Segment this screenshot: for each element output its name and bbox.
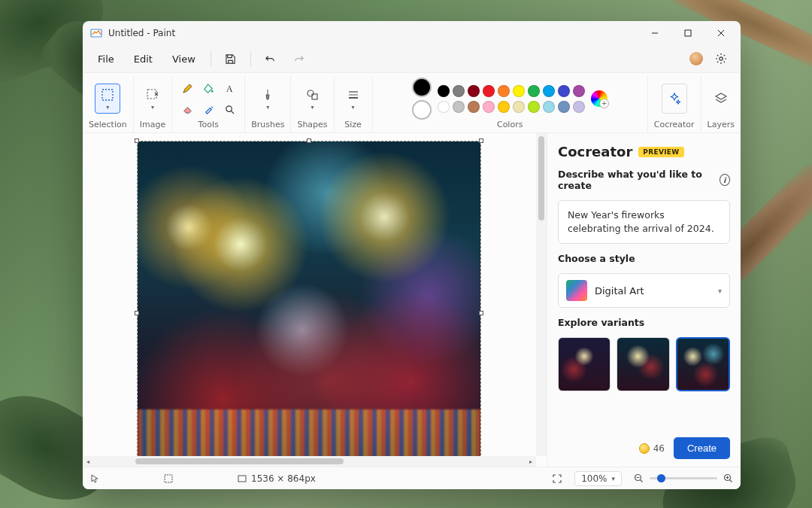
prompt-input[interactable]: New Year's fireworks celebrating the arr… bbox=[558, 200, 730, 244]
color-swatch[interactable] bbox=[468, 101, 480, 113]
palette-row-1 bbox=[438, 85, 585, 97]
vertical-scrollbar[interactable] bbox=[536, 133, 547, 456]
image-tools-button[interactable]: ▾ bbox=[140, 84, 165, 114]
color-swatch[interactable] bbox=[498, 85, 510, 97]
color-swatch[interactable] bbox=[573, 101, 585, 113]
dimensions-text: 1536 × 864px bbox=[251, 473, 316, 484]
size-button[interactable]: ▾ bbox=[341, 84, 366, 114]
eyedropper-tool[interactable] bbox=[199, 100, 217, 118]
zoom-out-icon[interactable] bbox=[634, 473, 644, 483]
color-1[interactable] bbox=[412, 78, 432, 97]
horizontal-scrollbar[interactable]: ◂▸ bbox=[83, 456, 536, 467]
color-swatch[interactable] bbox=[453, 85, 465, 97]
color-swatch[interactable] bbox=[573, 85, 585, 97]
variant-2[interactable] bbox=[617, 337, 669, 391]
style-value: Digital Art bbox=[595, 285, 644, 297]
menu-view[interactable]: View bbox=[165, 49, 203, 69]
info-icon[interactable]: i bbox=[720, 174, 730, 186]
maximize-button[interactable] bbox=[671, 21, 704, 45]
color-swatch[interactable] bbox=[528, 85, 540, 97]
color-swatch[interactable] bbox=[453, 101, 465, 113]
menu-separator bbox=[250, 51, 251, 66]
save-button[interactable] bbox=[219, 48, 243, 69]
settings-button[interactable] bbox=[709, 48, 733, 69]
magnifier-tool[interactable] bbox=[220, 100, 238, 118]
resize-handle[interactable] bbox=[135, 138, 139, 143]
resize-handle[interactable] bbox=[479, 138, 483, 143]
color-swatch[interactable] bbox=[543, 85, 555, 97]
credits-value: 46 bbox=[653, 443, 665, 454]
create-button[interactable]: Create bbox=[674, 437, 730, 459]
color-swatch[interactable] bbox=[483, 101, 495, 113]
zoom-dropdown[interactable]: 100% ▾ bbox=[574, 471, 622, 486]
color-swatch[interactable] bbox=[558, 101, 570, 113]
text-tool[interactable]: A bbox=[220, 79, 238, 97]
ribbon-group-image: ▾ Image bbox=[134, 76, 172, 132]
group-label-tools: Tools bbox=[198, 120, 219, 129]
close-button[interactable] bbox=[704, 21, 738, 45]
pencil-tool[interactable] bbox=[178, 79, 196, 97]
slider-thumb[interactable] bbox=[657, 474, 665, 482]
color-2[interactable] bbox=[412, 100, 432, 120]
paint-window: Untitled - Paint File Edit View ▾ Select… bbox=[83, 21, 741, 489]
resize-handle[interactable] bbox=[307, 138, 311, 143]
slider-track[interactable] bbox=[650, 477, 717, 479]
color-swatch[interactable] bbox=[528, 101, 540, 113]
chevron-down-icon: ▾ bbox=[611, 475, 615, 482]
resize-handle[interactable] bbox=[479, 311, 483, 315]
menu-edit[interactable]: Edit bbox=[126, 49, 160, 69]
canvas-selection[interactable] bbox=[137, 141, 481, 456]
menu-file[interactable]: File bbox=[90, 49, 122, 69]
ribbon-group-selection: ▾ Selection bbox=[83, 76, 134, 132]
resize-handle[interactable] bbox=[135, 311, 139, 315]
ribbon-group-size: ▾ Size bbox=[335, 76, 373, 132]
group-label-selection: Selection bbox=[89, 120, 127, 129]
chevron-down-icon: ▾ bbox=[151, 104, 154, 111]
minimize-button[interactable] bbox=[638, 21, 671, 45]
color-swatch[interactable] bbox=[543, 101, 555, 113]
credits-counter: 46 bbox=[639, 443, 665, 454]
svg-rect-10 bbox=[165, 475, 172, 482]
color-swatch[interactable] bbox=[498, 101, 510, 113]
style-thumbnail bbox=[566, 280, 587, 301]
preview-badge: PREVIEW bbox=[638, 147, 683, 157]
undo-button[interactable] bbox=[259, 48, 283, 69]
variant-3[interactable] bbox=[676, 337, 730, 391]
color-swatch[interactable] bbox=[468, 85, 480, 97]
color-swatch[interactable] bbox=[483, 85, 495, 97]
workspace: ◂▸ Cocreator PREVIEW Describe what you'd… bbox=[83, 133, 741, 467]
group-label-size: Size bbox=[344, 120, 362, 129]
svg-rect-3 bbox=[102, 90, 113, 100]
fill-tool[interactable] bbox=[199, 79, 217, 97]
zoom-slider[interactable] bbox=[634, 473, 733, 483]
color-swatch[interactable] bbox=[438, 85, 450, 97]
edit-colors-button[interactable] bbox=[591, 90, 607, 107]
user-avatar[interactable] bbox=[689, 52, 703, 65]
zoom-value: 100% bbox=[581, 473, 607, 484]
zoom-in-icon[interactable] bbox=[723, 473, 733, 483]
color-swatch[interactable] bbox=[438, 101, 450, 113]
eraser-tool[interactable] bbox=[178, 100, 196, 118]
brushes-button[interactable]: ▾ bbox=[255, 84, 280, 114]
shapes-button[interactable]: ▾ bbox=[300, 84, 326, 114]
color-swatch[interactable] bbox=[513, 85, 525, 97]
style-label: Choose a style bbox=[558, 253, 635, 264]
color-swatch[interactable] bbox=[513, 101, 525, 113]
chevron-down-icon: ▾ bbox=[266, 104, 269, 111]
cocreator-panel: Cocreator PREVIEW Describe what you'd li… bbox=[547, 133, 741, 467]
titlebar[interactable]: Untitled - Paint bbox=[83, 21, 741, 45]
redo-button[interactable] bbox=[287, 48, 311, 69]
fit-to-window-button[interactable] bbox=[552, 473, 562, 484]
group-label-cocreator: Cocreator bbox=[654, 120, 695, 129]
style-dropdown[interactable]: Digital Art ▾ bbox=[558, 273, 730, 308]
menu-separator bbox=[211, 51, 211, 66]
canvas-dimensions: 1536 × 864px bbox=[238, 473, 316, 484]
variant-1[interactable] bbox=[558, 337, 611, 391]
color-swatch[interactable] bbox=[558, 85, 570, 97]
canvas-image[interactable] bbox=[138, 141, 480, 456]
chevron-down-icon: ▾ bbox=[718, 287, 722, 295]
layers-button[interactable] bbox=[708, 84, 734, 114]
select-tool[interactable]: ▾ bbox=[95, 84, 120, 114]
cocreator-button[interactable] bbox=[662, 84, 687, 114]
cursor-tool-indicator bbox=[90, 474, 99, 483]
